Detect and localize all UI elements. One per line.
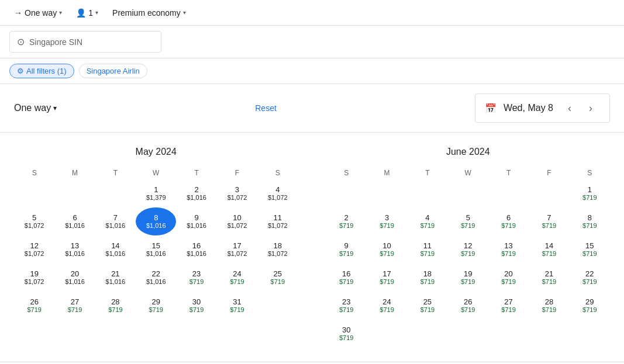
day-cell[interactable]: 6$719 — [488, 207, 529, 235]
day-cell[interactable]: 18$1,072 — [257, 235, 298, 264]
day-price: $1,379 — [146, 194, 166, 202]
day-cell[interactable]: 22$1,016 — [136, 264, 176, 292]
day-cell[interactable]: 21$1,016 — [95, 264, 136, 292]
day-price: $719 — [420, 306, 435, 314]
day-cell[interactable]: 2$1,016 — [176, 179, 216, 207]
day-cell[interactable]: 11$719 — [407, 235, 447, 264]
weekday-header: T — [488, 167, 529, 179]
day-cell[interactable]: 21$719 — [529, 264, 569, 292]
day-cell — [407, 320, 447, 348]
day-cell[interactable]: 30$719 — [176, 292, 216, 320]
day-price: $719 — [380, 306, 394, 314]
day-cell[interactable]: 24$719 — [367, 292, 407, 320]
origin-input[interactable]: ⊙ Singapore SIN — [9, 31, 161, 53]
day-cell[interactable]: 14$1,016 — [95, 235, 136, 264]
day-price: $719 — [339, 306, 353, 314]
prev-month-button[interactable]: ‹ — [560, 99, 579, 117]
day-cell[interactable]: 16$1,016 — [176, 235, 216, 264]
day-cell[interactable]: 13$1,016 — [54, 235, 95, 264]
day-cell[interactable]: 23$719 — [326, 292, 367, 320]
all-filters-chip[interactable]: ⚙ All filters (1) — [9, 64, 74, 78]
day-cell[interactable]: 25$719 — [257, 264, 298, 292]
day-cell[interactable]: 4$1,072 — [257, 179, 298, 207]
day-cell[interactable]: 10$1,072 — [217, 207, 257, 235]
day-cell[interactable]: 23$719 — [176, 264, 216, 292]
passengers-selector[interactable]: 👤 1 ▾ — [71, 6, 103, 20]
day-cell[interactable]: 20$1,016 — [54, 264, 95, 292]
day-number: 15 — [152, 241, 160, 251]
day-cell[interactable]: 28$719 — [95, 292, 136, 320]
day-number: 22 — [585, 269, 594, 279]
day-cell[interactable]: 25$719 — [407, 292, 447, 320]
day-cell[interactable]: 26$719 — [448, 292, 488, 320]
day-cell[interactable]: 26$719 — [14, 292, 54, 320]
day-price: $719 — [149, 306, 163, 314]
day-price: $719 — [380, 278, 394, 286]
day-price: $1,072 — [268, 222, 288, 230]
day-cell[interactable]: 3$719 — [367, 207, 407, 235]
next-month-button[interactable]: › — [581, 99, 600, 117]
day-price: $719 — [461, 278, 475, 286]
day-cell[interactable]: 6$1,016 — [54, 207, 95, 235]
day-number: 3 — [385, 213, 389, 223]
day-cell[interactable]: 19$719 — [448, 264, 488, 292]
day-cell[interactable]: 18$719 — [407, 264, 447, 292]
top-bar: → One way ▾ 👤 1 ▾ Premium economy ▾ — [0, 0, 624, 26]
day-cell[interactable]: 16$719 — [326, 264, 367, 292]
day-number: 19 — [30, 269, 38, 279]
day-cell[interactable]: 22$719 — [570, 264, 610, 292]
day-cell[interactable]: 30$719 — [326, 320, 367, 348]
day-cell[interactable]: 10$719 — [367, 235, 407, 264]
day-cell[interactable]: 17$719 — [367, 264, 407, 292]
day-cell[interactable]: 12$719 — [448, 235, 488, 264]
day-cell[interactable]: 28$719 — [529, 292, 569, 320]
day-cell[interactable]: 19$1,072 — [14, 264, 54, 292]
trip-type-selector[interactable]: → One way ▾ — [9, 6, 67, 20]
day-number: 2 — [194, 185, 198, 195]
day-cell[interactable]: 24$719 — [217, 264, 257, 292]
day-cell[interactable]: 2$719 — [326, 207, 367, 235]
day-cell[interactable]: 31$719 — [217, 292, 257, 320]
day-price: $719 — [501, 222, 515, 230]
reset-button[interactable]: Reset — [255, 103, 277, 113]
day-cell[interactable]: 7$1,016 — [95, 207, 136, 235]
day-cell[interactable]: 15$1,016 — [136, 235, 176, 264]
day-cell[interactable]: 14$719 — [529, 235, 569, 264]
day-cell[interactable]: 29$719 — [570, 292, 610, 320]
day-cell[interactable]: 5$1,072 — [14, 207, 54, 235]
day-cell[interactable]: 27$719 — [54, 292, 95, 320]
filter-bar: ⚙ All filters (1) Singapore Airlin — [0, 58, 624, 84]
day-cell[interactable]: 3$1,072 — [217, 179, 257, 207]
day-cell[interactable]: 20$719 — [488, 264, 529, 292]
day-cell[interactable]: 1$1,379 — [136, 179, 176, 207]
day-price: $719 — [27, 306, 41, 314]
day-cell[interactable]: 13$719 — [488, 235, 529, 264]
day-number: 30 — [192, 297, 201, 307]
cabin-arrow-icon: ▾ — [183, 9, 186, 16]
day-number: 3 — [235, 185, 239, 195]
day-price: $719 — [461, 222, 475, 230]
day-cell[interactable]: 11$1,072 — [257, 207, 298, 235]
day-cell[interactable]: 7$719 — [529, 207, 569, 235]
day-number: 1 — [154, 185, 158, 195]
day-cell[interactable]: 9$1,016 — [176, 207, 216, 235]
day-cell[interactable]: 17$1,072 — [217, 235, 257, 264]
day-cell[interactable]: 1$719 — [570, 179, 610, 207]
day-cell[interactable]: 29$719 — [136, 292, 176, 320]
day-cell[interactable]: 27$719 — [488, 292, 529, 320]
day-cell[interactable]: 12$1,072 — [14, 235, 54, 264]
day-cell[interactable]: 8$719 — [570, 207, 610, 235]
day-price: $719 — [339, 250, 353, 258]
day-cell[interactable]: 9$719 — [326, 235, 367, 264]
day-number: 4 — [275, 185, 280, 195]
airline-filter-chip[interactable]: Singapore Airlin — [79, 64, 147, 78]
day-cell[interactable]: 4$719 — [407, 207, 447, 235]
day-number: 13 — [504, 241, 512, 251]
day-cell[interactable]: 8$1,016 — [136, 207, 176, 235]
one-way-label: One way — [14, 103, 51, 113]
one-way-selector[interactable]: One way ▾ — [14, 103, 57, 113]
cabin-class-selector[interactable]: Premium economy ▾ — [108, 6, 191, 20]
day-cell[interactable]: 15$719 — [570, 235, 610, 264]
selected-date-label: Wed, May 8 — [504, 103, 553, 113]
day-cell[interactable]: 5$719 — [448, 207, 488, 235]
